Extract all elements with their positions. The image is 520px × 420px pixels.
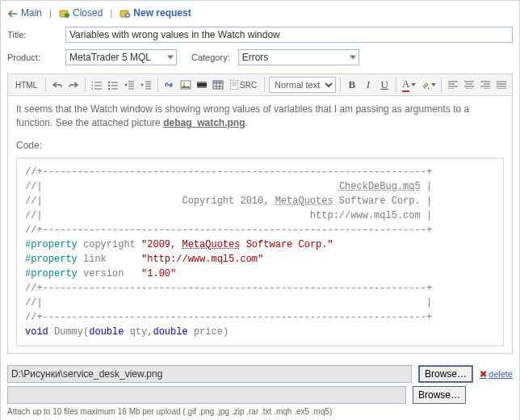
upload-hint: Attach up to 10 files maximum 16 Mb per … xyxy=(7,407,513,416)
file-row-2: Browse… xyxy=(7,386,513,404)
product-select[interactable]: MetaTrader 5 MQL xyxy=(65,49,177,65)
outdent-button[interactable] xyxy=(122,77,136,93)
product-label: Product: xyxy=(7,52,65,62)
svg-point-25 xyxy=(182,82,185,85)
file-path-1 xyxy=(7,365,412,383)
svg-point-11 xyxy=(108,85,110,86)
browse-button-2[interactable]: Browse… xyxy=(413,386,466,404)
svg-text:3: 3 xyxy=(91,86,94,90)
svg-point-1 xyxy=(65,13,69,18)
svg-rect-35 xyxy=(230,80,238,90)
category-select[interactable]: Errors xyxy=(238,49,359,65)
textcolor-button[interactable]: A xyxy=(400,77,417,93)
video-button[interactable] xyxy=(195,77,209,93)
align-right-button[interactable] xyxy=(478,77,493,93)
svg-rect-27 xyxy=(197,82,207,83)
code-label: Code: xyxy=(16,139,504,153)
category-label: Category: xyxy=(191,52,230,62)
delete-link-1[interactable]: ✖delete xyxy=(480,369,513,380)
svg-rect-28 xyxy=(197,86,207,88)
nav-new[interactable]: New request xyxy=(133,7,191,19)
svg-rect-34 xyxy=(213,81,223,83)
bold-button[interactable]: B xyxy=(345,77,359,93)
browse-button-1[interactable]: Browse… xyxy=(418,365,473,383)
code-box: //+-------------------------------------… xyxy=(16,158,504,346)
align-justify-button[interactable] xyxy=(494,77,509,93)
title-label: Title: xyxy=(7,30,65,40)
svg-point-12 xyxy=(108,88,110,90)
table-button[interactable] xyxy=(211,77,225,93)
back-icon xyxy=(7,9,19,19)
underline-button[interactable]: U xyxy=(377,77,392,93)
html-button[interactable]: HTML xyxy=(11,77,41,93)
link-button[interactable] xyxy=(162,77,177,93)
indent-button[interactable] xyxy=(139,77,153,93)
body-attachment: debag_watch.png xyxy=(163,117,245,128)
new-icon xyxy=(120,9,131,19)
format-select[interactable]: Normal text xyxy=(269,77,336,93)
nav-sep: | xyxy=(44,8,57,18)
delete-x-icon: ✖ xyxy=(480,369,487,380)
src-button[interactable]: SRC xyxy=(227,77,260,93)
nav-closed[interactable]: Closed xyxy=(73,7,103,19)
svg-point-10 xyxy=(108,82,110,83)
nav-sep: | xyxy=(105,8,117,18)
product-row: Product: MetaTrader 5 MQL Category: Erro… xyxy=(7,46,513,69)
file-row-1: Browse… ✖delete xyxy=(7,365,513,383)
editor-toolbar: HTML 123 SRC Normal text B I U A xyxy=(7,74,513,96)
file-path-2 xyxy=(7,386,406,404)
list-ul-button[interactable] xyxy=(106,77,120,93)
nav-main[interactable]: Main xyxy=(21,7,42,19)
image-button[interactable] xyxy=(178,77,193,93)
title-row: Title: xyxy=(7,23,513,46)
files-section: Browse… ✖delete Browse… Attach up to 10 … xyxy=(7,365,513,416)
title-input[interactable] xyxy=(65,27,513,43)
closed-icon xyxy=(59,9,70,19)
undo-button[interactable] xyxy=(50,77,65,93)
bgcolor-button[interactable] xyxy=(419,77,436,93)
align-left-button[interactable] xyxy=(446,77,460,93)
redo-button[interactable] xyxy=(66,77,81,93)
editor-content[interactable]: It seems that the Watch window is showin… xyxy=(7,96,513,354)
list-ol-button[interactable]: 123 xyxy=(90,77,104,93)
align-center-button[interactable] xyxy=(462,77,476,93)
top-nav: Main | Closed | New request xyxy=(7,6,513,23)
italic-button[interactable]: I xyxy=(361,77,375,93)
